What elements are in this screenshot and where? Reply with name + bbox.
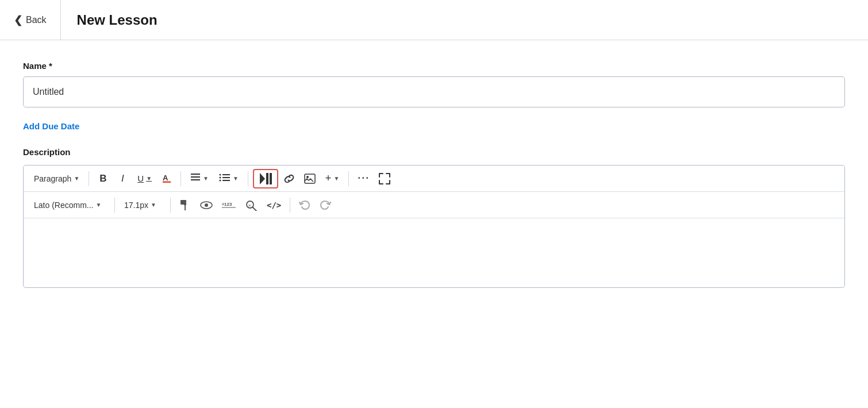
back-label: Back (26, 15, 47, 25)
svg-point-6 (219, 176, 221, 178)
editor-content-area[interactable] (24, 218, 844, 287)
underline-label: U (137, 174, 144, 183)
svg-rect-17 (184, 203, 186, 205)
bold-label: B (99, 173, 106, 184)
align-icon (190, 173, 201, 184)
media-embed-button[interactable] (253, 169, 278, 188)
svg-text:≡: ≡ (248, 203, 251, 207)
toolbar-separator-7 (290, 198, 290, 213)
link-icon (283, 173, 295, 184)
bold-button[interactable]: B (94, 169, 112, 188)
toolbar-separator-6 (170, 198, 171, 213)
text-color-icon: A (162, 172, 172, 183)
toolbar-row-2: Lato (Recomm... ▼ 17.1px ▼ (24, 192, 844, 218)
paragraph-style-label: Paragraph (34, 174, 71, 183)
font-size-label: 17.1px (124, 201, 148, 210)
svg-point-20 (205, 203, 208, 207)
format-painter-button[interactable] (175, 195, 195, 215)
svg-rect-12 (266, 173, 268, 184)
highlight-icon (200, 200, 213, 210)
text-color-button[interactable]: A (158, 169, 176, 188)
svg-text:123: 123 (224, 202, 232, 207)
toolbar-separator-4 (348, 171, 349, 186)
align-lines-icon (190, 173, 201, 182)
add-content-dropdown[interactable]: + ▼ (321, 170, 344, 187)
italic-label: I (121, 173, 124, 184)
back-chevron-icon: ❮ (14, 14, 22, 26)
italic-button[interactable]: I (113, 169, 132, 188)
font-family-dropdown[interactable]: Lato (Recomm... ▼ (29, 198, 110, 212)
font-family-label: Lato (Recomm... (34, 201, 93, 210)
paragraph-style-dropdown[interactable]: Paragraph ▼ (29, 172, 84, 186)
find-replace-icon: ≡ (245, 199, 258, 211)
undo-button[interactable] (295, 195, 314, 215)
toolbar-separator-2 (180, 171, 181, 186)
toolbar-separator-5 (114, 198, 115, 213)
align-dropdown[interactable]: ▼ (186, 171, 213, 187)
numbered-list-icon: ≡ 123 (222, 200, 236, 210)
back-button[interactable]: ❮ Back (0, 0, 61, 40)
fullscreen-button[interactable] (375, 169, 394, 188)
font-family-chevron-icon: ▼ (95, 202, 101, 208)
svg-line-25 (253, 207, 257, 211)
numbered-list-button[interactable]: ≡ 123 (218, 195, 240, 215)
more-options-label: ··· (358, 172, 370, 184)
add-chevron-icon: ▼ (333, 175, 339, 182)
code-view-label: </> (267, 201, 281, 210)
find-replace-button[interactable]: ≡ (241, 195, 262, 215)
page-header: ❮ Back New Lesson (0, 0, 868, 40)
paragraph-dropdown-chevron-icon: ▼ (74, 175, 79, 182)
name-input[interactable] (23, 76, 845, 107)
name-label: Name * (23, 61, 845, 71)
font-size-chevron-icon: ▼ (151, 202, 156, 208)
toolbar-separator-3 (248, 171, 248, 186)
redo-icon (320, 200, 331, 210)
svg-text:A: A (163, 174, 168, 182)
svg-point-15 (306, 176, 309, 178)
list-chevron-icon: ▼ (233, 175, 239, 182)
list-dropdown[interactable]: ▼ (214, 171, 243, 187)
format-painter-icon (179, 199, 191, 211)
image-button[interactable] (300, 169, 320, 188)
toolbar-row-1: Paragraph ▼ B I U ▼ A (24, 165, 844, 192)
font-size-dropdown[interactable]: 17.1px ▼ (120, 198, 166, 212)
redo-button[interactable] (316, 195, 335, 215)
toolbar-separator-1 (89, 171, 89, 186)
main-content: Name * Add Due Date Description Paragrap… (0, 40, 868, 309)
image-icon (304, 174, 316, 184)
add-due-date-button[interactable]: Add Due Date (23, 121, 79, 131)
add-due-date-label: Add Due Date (23, 121, 79, 131)
description-label: Description (23, 147, 845, 157)
svg-marker-11 (260, 173, 265, 184)
list-icon (219, 173, 231, 184)
editor-container: Paragraph ▼ B I U ▼ A (23, 165, 845, 288)
add-icon: + (325, 172, 332, 184)
page-title: New Lesson (61, 12, 158, 28)
code-view-button[interactable]: </> (263, 195, 285, 215)
underline-dropdown[interactable]: U ▼ (133, 171, 156, 186)
fullscreen-icon (379, 173, 390, 184)
link-button[interactable] (279, 169, 299, 188)
list-lines-icon (219, 173, 231, 182)
text-color-label: A (162, 172, 172, 185)
media-embed-icon (258, 172, 274, 186)
highlight-button[interactable] (196, 195, 217, 215)
align-chevron-icon: ▼ (203, 175, 209, 182)
svg-rect-18 (185, 205, 186, 210)
underline-chevron-icon: ▼ (146, 175, 152, 182)
undo-icon (299, 200, 310, 210)
more-options-button[interactable]: ··· (354, 169, 374, 188)
svg-rect-13 (270, 173, 272, 184)
svg-point-5 (219, 174, 221, 175)
svg-point-7 (219, 179, 221, 181)
